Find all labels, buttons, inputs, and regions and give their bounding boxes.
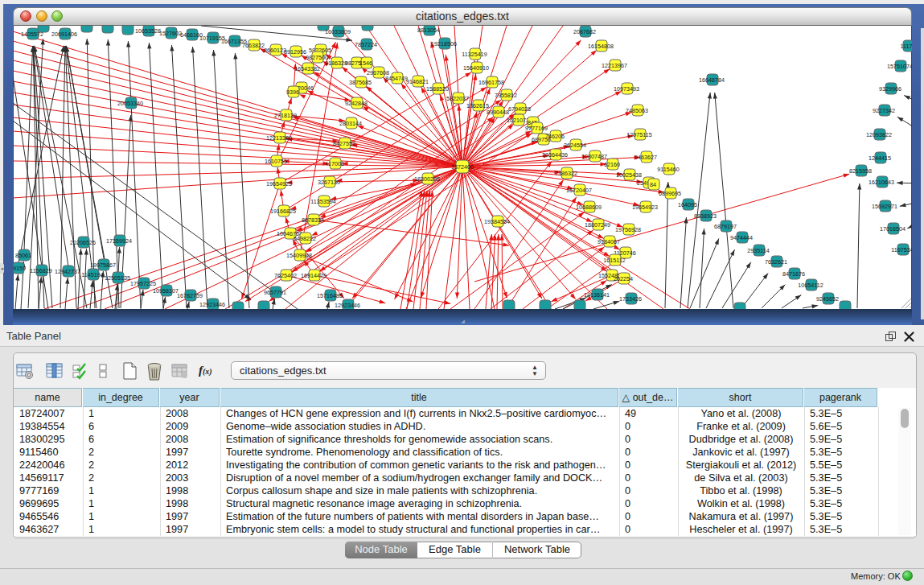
svg-text:3267130: 3267130	[318, 179, 340, 186]
svg-text:9474444: 9474444	[730, 234, 753, 241]
svg-text:8990448: 8990448	[487, 109, 509, 116]
svg-text:10973493: 10973493	[614, 85, 639, 93]
svg-text:1167534: 1167534	[891, 246, 912, 253]
svg-text:12505135: 12505135	[105, 274, 130, 282]
svg-text:10654112: 10654112	[798, 282, 823, 289]
svg-text:1621072: 1621072	[507, 117, 529, 124]
svg-text:17957225: 17957225	[130, 280, 156, 287]
svg-text:5822037: 5822037	[446, 95, 469, 102]
svg-text:164095: 164095	[678, 201, 697, 208]
svg-text:15692971: 15692971	[872, 203, 897, 210]
svg-text:7386322: 7386322	[555, 170, 577, 177]
svg-text:10958107: 10958107	[153, 287, 179, 295]
svg-text:3624554: 3624554	[564, 142, 586, 149]
svg-text:5498222: 5498222	[294, 235, 316, 242]
svg-text:19218506: 19218506	[431, 40, 457, 47]
svg-text:16154808: 16154808	[588, 43, 614, 50]
svg-text:15720407: 15720407	[566, 187, 592, 194]
svg-text:8912956: 8912956	[284, 48, 306, 56]
svg-text:16033809: 16033809	[325, 28, 351, 35]
svg-text:1872400: 1872400	[451, 163, 474, 171]
svg-text:17016504: 17016504	[880, 225, 906, 233]
svg-text:9245652: 9245652	[816, 295, 839, 303]
svg-text:2087682: 2087682	[573, 28, 596, 35]
svg-text:1244415: 1244415	[869, 154, 891, 162]
svg-text:1145194: 1145194	[81, 271, 103, 278]
svg-text:15409948: 15409948	[286, 252, 312, 259]
svg-text:8938923: 8938923	[694, 212, 717, 220]
svg-text:8186328: 8186328	[325, 60, 347, 67]
svg-text:12975115: 12975115	[626, 131, 651, 138]
svg-text:6879197: 6879197	[714, 223, 737, 230]
svg-text:85061: 85061	[15, 252, 31, 259]
svg-text:17359924: 17359924	[106, 237, 132, 245]
svg-text:8215958: 8215958	[849, 167, 872, 175]
svg-text:19654925: 19654925	[266, 180, 292, 187]
svg-text:20364436: 20364436	[542, 151, 568, 159]
svg-text:16543382: 16543382	[294, 65, 320, 72]
svg-text:8471676: 8471676	[782, 270, 805, 278]
svg-text:1615112: 1615112	[603, 257, 625, 264]
svg-text:12093822: 12093822	[866, 131, 892, 138]
svg-text:18807249: 18807249	[585, 221, 610, 229]
svg-text:1362615: 1362615	[466, 102, 489, 109]
svg-text:19166825: 19166825	[270, 208, 296, 215]
svg-text:417006: 417006	[325, 160, 344, 167]
svg-text:7632621: 7632621	[765, 258, 787, 266]
svg-text:1610755: 1610755	[265, 158, 287, 165]
svg-text:19756928: 19756928	[615, 226, 641, 233]
svg-text:6794028: 6794028	[508, 105, 531, 113]
svg-text:9184067: 9184067	[598, 238, 620, 245]
svg-text:16210643: 16210643	[869, 179, 894, 186]
svg-text:9146821: 9146821	[406, 78, 429, 85]
svg-text:252254: 252254	[614, 275, 633, 282]
svg-text:9242848: 9242848	[345, 100, 368, 107]
svg-text:12213389: 12213389	[266, 134, 292, 142]
svg-text:16914479: 16914479	[301, 272, 326, 279]
svg-text:16648784: 16648784	[699, 76, 725, 84]
svg-text:7625402: 7625402	[274, 272, 297, 279]
svg-text:10688609: 10688609	[576, 204, 602, 211]
svg-text:16782759: 16782759	[177, 292, 203, 299]
svg-text:1156829: 1156829	[30, 267, 51, 274]
svg-text:8427552: 8427552	[333, 140, 355, 147]
svg-text:9396: 9396	[286, 89, 299, 96]
svg-text:12213967: 12213967	[602, 62, 627, 69]
svg-text:14136141: 14136141	[584, 291, 610, 299]
svg-text:11353594: 11353594	[310, 198, 335, 205]
svg-text:7857224: 7857224	[355, 41, 377, 48]
svg-text:9329966: 9329966	[879, 85, 901, 93]
svg-text:10653528: 10653528	[135, 27, 161, 35]
svg-text:15716485: 15716485	[317, 292, 343, 299]
svg-text:19975867: 19975867	[90, 262, 116, 269]
svg-text:12923446: 12923446	[199, 301, 225, 308]
svg-text:9463627: 9463627	[634, 154, 657, 161]
svg-text:6899695: 6899695	[659, 190, 681, 197]
svg-text:10025438: 10025438	[616, 171, 642, 179]
svg-text:16961758: 16961758	[478, 79, 504, 86]
svg-text:20206526: 20206526	[70, 239, 96, 246]
svg-text:2803144: 2803144	[339, 120, 362, 127]
svg-text:8660123: 8660123	[264, 47, 286, 54]
svg-text:10807487: 10807487	[581, 153, 607, 160]
svg-text:1527602: 1527602	[159, 30, 182, 37]
svg-text:1546: 1546	[359, 60, 372, 67]
svg-text:9777169: 9777169	[525, 125, 548, 132]
svg-text:62160: 62160	[604, 161, 620, 168]
svg-text:15751074: 15751074	[887, 63, 912, 70]
svg-text:7485063: 7485063	[626, 107, 648, 114]
svg-text:19384554: 19384554	[484, 218, 510, 225]
svg-text:8454749: 8454749	[385, 75, 408, 82]
svg-text:7955812: 7955812	[495, 92, 517, 99]
svg-text:84: 84	[650, 181, 656, 188]
svg-text:15640910: 15640910	[463, 64, 489, 72]
svg-text:19654923: 19654923	[632, 204, 658, 211]
svg-text:11325419: 11325419	[462, 51, 487, 58]
svg-text:746206: 746206	[545, 133, 565, 140]
svg-text:9115460: 9115460	[657, 166, 679, 173]
svg-text:1733426: 1733426	[619, 295, 642, 303]
svg-text:3875685: 3875685	[349, 79, 372, 86]
svg-text:1588520: 1588520	[426, 85, 449, 93]
svg-text:12923446: 12923446	[335, 302, 360, 309]
svg-text:20053340: 20053340	[117, 100, 143, 107]
